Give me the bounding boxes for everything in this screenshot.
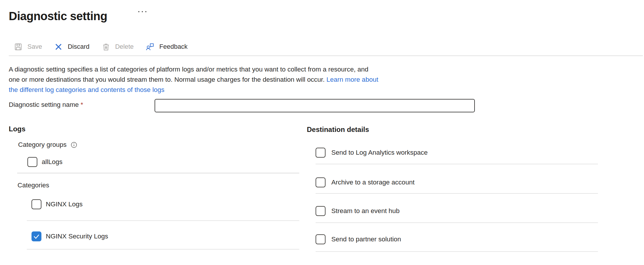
alllogs-label: allLogs: [42, 158, 62, 166]
save-button[interactable]: Save: [14, 42, 42, 51]
divider: [27, 220, 299, 221]
more-options-button[interactable]: [137, 10, 148, 13]
nginx-security-logs-label: NGINX Security Logs: [46, 233, 108, 240]
logs-heading: Logs: [9, 125, 25, 133]
delete-label: Delete: [115, 43, 134, 50]
divider: [17, 173, 299, 173]
nginx-logs-row[interactable]: NGINX Logs: [32, 199, 83, 209]
archive-to-storage-checkbox[interactable]: [316, 177, 326, 187]
archive-to-storage-label: Archive to a storage account: [331, 179, 414, 186]
name-field-label-text: Diagnostic setting name: [9, 101, 79, 108]
person-chat-icon: [146, 42, 155, 51]
discard-label: Discard: [68, 43, 90, 50]
required-asterisk: *: [80, 101, 83, 108]
command-bar: Save Discard Delete: [9, 39, 188, 54]
x-mark-icon: [54, 42, 63, 51]
nginx-security-logs-row[interactable]: NGINX Security Logs: [32, 231, 108, 241]
destination-details-heading: Destination details: [307, 125, 369, 134]
nginx-security-logs-checkbox[interactable]: [32, 231, 41, 241]
categories-label: Categories: [18, 182, 49, 189]
divider: [316, 251, 598, 252]
divider: [27, 249, 299, 250]
diagnostic-setting-name-input[interactable]: [155, 99, 475, 112]
archive-to-storage-row[interactable]: Archive to a storage account: [316, 177, 414, 187]
category-groups-label-text: Category groups: [18, 141, 66, 149]
ellipsis-icon: [145, 11, 146, 12]
feedback-button[interactable]: Feedback: [146, 42, 188, 51]
send-to-log-analytics-label: Send to Log Analytics workspace: [331, 149, 428, 156]
nginx-logs-checkbox[interactable]: [32, 199, 41, 209]
category-groups-label: Category groups: [18, 141, 78, 149]
page-title: Diagnostic setting: [9, 10, 107, 23]
alllogs-checkbox[interactable]: [27, 157, 37, 167]
stream-to-event-hub-row[interactable]: Stream to an event hub: [316, 206, 400, 216]
alllogs-row[interactable]: allLogs: [27, 157, 62, 167]
save-label: Save: [27, 43, 42, 50]
send-to-log-analytics-row[interactable]: Send to Log Analytics workspace: [316, 148, 428, 158]
send-to-partner-checkbox[interactable]: [316, 234, 326, 244]
send-to-partner-label: Send to partner solution: [331, 236, 401, 243]
diagnostic-setting-page: Diagnostic setting Save Discard: [0, 0, 644, 265]
trash-icon: [102, 42, 111, 51]
toolbar-divider: [9, 55, 643, 56]
stream-to-event-hub-label: Stream to an event hub: [331, 207, 400, 215]
divider: [316, 193, 598, 194]
description-text: A diagnostic setting specifies a list of…: [9, 64, 379, 95]
categories-label-text: Categories: [18, 182, 49, 189]
delete-button[interactable]: Delete: [102, 42, 134, 51]
feedback-label: Feedback: [159, 43, 188, 50]
divider: [316, 164, 598, 164]
discard-button[interactable]: Discard: [54, 42, 90, 51]
name-field-label: Diagnostic setting name*: [9, 101, 83, 109]
info-icon[interactable]: [70, 141, 78, 149]
save-icon: [14, 42, 23, 51]
divider: [316, 222, 598, 223]
ellipsis-icon: [142, 11, 143, 12]
nginx-logs-label: NGINX Logs: [46, 201, 83, 208]
send-to-partner-row[interactable]: Send to partner solution: [316, 234, 401, 244]
stream-to-event-hub-checkbox[interactable]: [316, 206, 326, 216]
ellipsis-icon: [138, 11, 139, 12]
description-body: A diagnostic setting specifies a list of…: [9, 66, 368, 83]
send-to-log-analytics-checkbox[interactable]: [316, 148, 326, 158]
